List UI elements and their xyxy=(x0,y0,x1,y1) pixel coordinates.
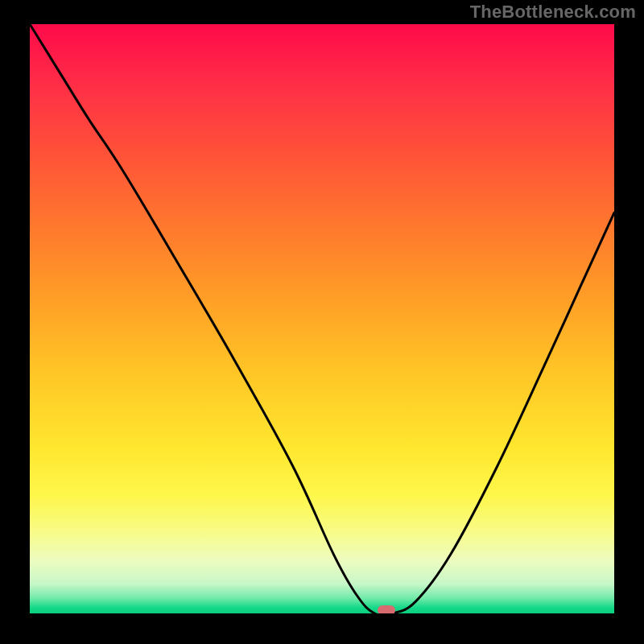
watermark-text: TheBottleneck.com xyxy=(470,2,636,23)
bottleneck-curve xyxy=(30,24,614,613)
plot-outer-border xyxy=(0,0,644,644)
chart-frame: TheBottleneck.com xyxy=(0,0,644,644)
plot-area xyxy=(30,24,614,613)
minimum-marker xyxy=(378,605,395,613)
